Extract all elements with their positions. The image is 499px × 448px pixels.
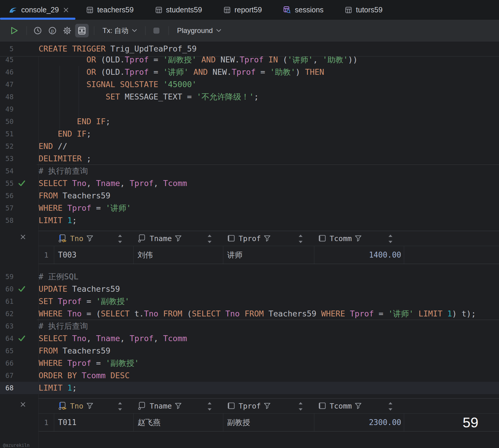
code-line-48[interactable]: 48SET MESSAGE_TEXT = '不允许降级！';	[0, 91, 499, 103]
code-line-60[interactable]: 60UPDATE Teachers59	[0, 283, 499, 295]
cell-Tprof[interactable]: 讲师	[223, 246, 314, 264]
code-text: OR (OLD.Tprof = '讲师' AND NEW.Tprof = '助教…	[39, 66, 324, 78]
profiler-icon[interactable]: p	[46, 24, 59, 37]
code-line-59[interactable]: 59# 正例SQL	[0, 271, 499, 283]
sticky-code-line: 5CREATE TRIGGER Trig_UpdTeaProf_59	[0, 42, 499, 57]
sql-editor[interactable]: 5CREATE TRIGGER Trig_UpdTeaProf_59 45OR …	[0, 41, 499, 448]
code-line-53[interactable]: 53DELIMITER ;	[0, 152, 499, 165]
column-header-label: Tprof	[239, 234, 261, 243]
close-results-icon[interactable]	[19, 233, 27, 241]
line-number: 59	[0, 273, 14, 281]
tab-console_29[interactable]: console_29	[0, 0, 75, 20]
column-header-Tno[interactable]: Tno	[54, 399, 134, 413]
code-line-52[interactable]: 52END //	[0, 140, 499, 152]
code-text: SELECT Tno, Tname, Tprof, Tcomm	[39, 332, 187, 345]
executed-check-icon	[16, 335, 28, 342]
code-line-46[interactable]: 46OR (OLD.Tprof = '讲师' AND NEW.Tprof = '…	[0, 66, 499, 78]
column-header-Tprof[interactable]: Tprof	[223, 231, 314, 246]
line-gutter: 68	[0, 384, 39, 392]
line-gutter: 52	[0, 142, 39, 150]
cell-Tno[interactable]: T003	[54, 246, 134, 264]
tx-mode-dropdown[interactable]: Tx: 自动	[100, 26, 140, 35]
line-gutter: 50	[0, 118, 39, 125]
grid-header-row: TnoTnameTprofTcomm	[39, 399, 499, 414]
code-text: SET MESSAGE_TEXT = '不允许降级！';	[39, 91, 259, 103]
line-number: 49	[0, 105, 14, 113]
sort-toggle[interactable]	[389, 400, 392, 412]
close-tab-icon[interactable]	[63, 7, 69, 13]
toolbar-divider	[27, 26, 27, 35]
sort-toggle[interactable]	[118, 400, 122, 412]
tab-sessions[interactable]: sessions	[272, 0, 334, 20]
column-header-Tcomm[interactable]: Tcomm	[314, 231, 404, 246]
filter-icon[interactable]	[264, 402, 271, 409]
code-line-58[interactable]: 58LIMIT 1;	[0, 214, 499, 227]
cell-Tname[interactable]: 刘伟	[134, 246, 223, 264]
sort-toggle[interactable]	[389, 233, 392, 244]
filter-icon[interactable]	[86, 402, 93, 409]
filter-icon[interactable]	[355, 235, 362, 242]
line-gutter: 59	[0, 273, 39, 281]
code-line-51[interactable]: 51END IF;	[0, 128, 499, 140]
cell-Tcomm[interactable]: 2300.00	[314, 414, 404, 431]
code-line-64[interactable]: 64SELECT Tno, Tname, Tprof, Tcomm	[0, 332, 499, 345]
tab-students59[interactable]: students59	[144, 0, 213, 20]
tab-label: tutors59	[356, 6, 382, 14]
column-header-Tname[interactable]: Tname	[134, 399, 223, 413]
code-line-68[interactable]: 68LIMIT 1;	[0, 382, 499, 394]
settings-icon[interactable]	[60, 24, 74, 37]
sort-toggle[interactable]	[208, 400, 212, 412]
run-icon[interactable]	[8, 24, 21, 37]
stop-icon[interactable]	[150, 24, 163, 37]
sort-toggle[interactable]	[299, 233, 303, 244]
code-text: # 执行后查询	[39, 320, 88, 332]
code-line-50[interactable]: 50END IF;	[0, 115, 499, 128]
code-line-62[interactable]: 62WHERE Tno = (SELECT t.Tno FROM (SELECT…	[0, 308, 499, 320]
tab-report59[interactable]: report59	[213, 0, 272, 20]
line-gutter: 60	[0, 285, 39, 293]
code-line-47[interactable]: 47SIGNAL SQLSTATE '45000'	[0, 78, 499, 91]
code-text: FROM Teachers59	[39, 190, 110, 202]
column-header-Tcomm[interactable]: Tcomm	[314, 399, 404, 413]
filter-icon[interactable]	[175, 402, 182, 409]
code-line-61[interactable]: 61SET Tprof = '副教授'	[0, 295, 499, 308]
chevron-down-icon	[132, 29, 137, 32]
filter-icon[interactable]	[86, 235, 93, 242]
line-gutter: 54	[0, 167, 39, 175]
tab-label: sessions	[295, 6, 323, 14]
session-dropdown[interactable]: Playground	[174, 26, 224, 35]
column-header-Tprof[interactable]: Tprof	[223, 399, 314, 413]
filter-icon[interactable]	[175, 235, 182, 242]
code-line-54[interactable]: 54# 执行前查询	[0, 165, 499, 177]
line-number: 50	[0, 118, 14, 125]
column-header-Tno[interactable]: Tno	[54, 231, 134, 246]
history-icon[interactable]	[31, 24, 44, 37]
code-line-63[interactable]: 63# 执行后查询	[0, 320, 499, 332]
column-header-Tname[interactable]: Tname	[134, 231, 223, 246]
code-line-55[interactable]: 55SELECT Tno, Tname, Tprof, Tcomm	[0, 177, 499, 190]
line-number: 48	[0, 93, 14, 101]
tab-tutors59[interactable]: tutors59	[334, 0, 393, 20]
line-gutter: 66	[0, 359, 39, 367]
tab-teachers59[interactable]: teachers59	[75, 0, 144, 20]
column-circle-icon	[137, 234, 147, 243]
sort-toggle[interactable]	[299, 400, 303, 412]
code-line-66[interactable]: 66WHERE Tprof = '副教授'	[0, 357, 499, 369]
code-line-65[interactable]: 65FROM Teachers59	[0, 345, 499, 357]
code-line-67[interactable]: 67ORDER BY Tcomm DESC	[0, 369, 499, 382]
cell-Tno[interactable]: T011	[54, 414, 134, 431]
editor-body: 45OR (OLD.Tprof = '副教授' AND NEW.Tprof IN…	[0, 42, 499, 432]
code-line-56[interactable]: 56FROM Teachers59	[0, 190, 499, 202]
close-results-icon[interactable]	[19, 400, 27, 409]
cell-Tprof[interactable]: 副教授	[223, 414, 314, 431]
filter-icon[interactable]	[355, 402, 362, 409]
cell-Tname[interactable]: 赵飞燕	[134, 414, 223, 431]
code-line-49[interactable]: 49	[0, 103, 499, 115]
editor-tab-bar: console_29teachers59students59report59se…	[0, 0, 499, 20]
filter-icon[interactable]	[264, 235, 271, 242]
code-line-57[interactable]: 57WHERE Tprof = '讲师'	[0, 202, 499, 214]
sort-toggle[interactable]	[208, 233, 212, 244]
in-editor-results-toggle[interactable]	[75, 24, 89, 37]
sort-toggle[interactable]	[118, 233, 122, 244]
cell-Tcomm[interactable]: 1400.00	[314, 246, 404, 264]
